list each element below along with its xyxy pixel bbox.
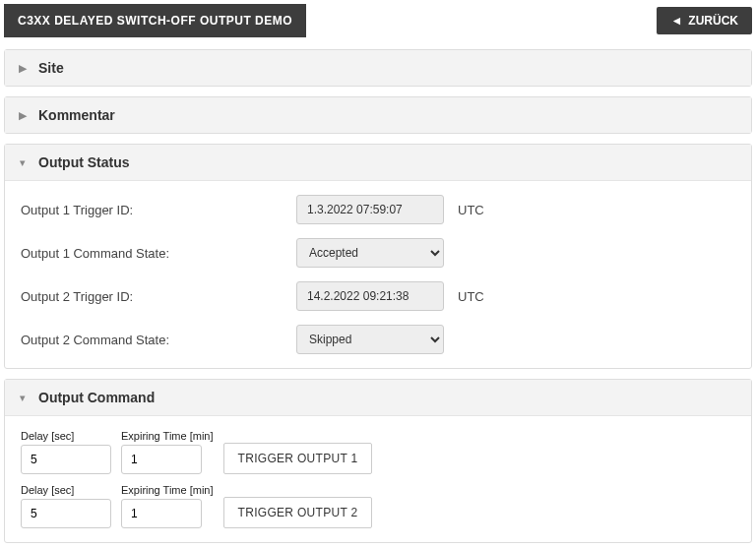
label-expire: Expiring Time [min] <box>121 430 214 442</box>
suffix-utc: UTC <box>458 289 484 304</box>
input-expire-1[interactable] <box>121 445 202 474</box>
trigger-output-1-button[interactable]: TRIGGER OUTPUT 1 <box>223 443 373 474</box>
panel-kommentar-title: Kommentar <box>38 107 115 123</box>
chevron-down-icon: ▾ <box>17 156 29 169</box>
label-output1-state: Output 1 Command State: <box>21 246 296 261</box>
label-delay: Delay [sec] <box>21 484 111 496</box>
command-row-2: Delay [sec] Expiring Time [min] TRIGGER … <box>21 484 735 528</box>
label-output1-trigger: Output 1 Trigger ID: <box>21 203 296 217</box>
label-expire: Expiring Time [min] <box>121 484 214 496</box>
input-expire-2[interactable] <box>121 499 202 528</box>
input-output1-trigger <box>296 195 444 224</box>
label-delay: Delay [sec] <box>21 430 111 442</box>
chevron-right-icon: ▶ <box>17 109 29 122</box>
panel-kommentar: ▶ Kommentar <box>4 96 752 134</box>
page-title: C3XX DELAYED SWITCH-OFF OUTPUT DEMO <box>4 4 306 37</box>
arrow-left-icon: ◄ <box>670 14 682 28</box>
label-output2-trigger: Output 2 Trigger ID: <box>21 289 296 304</box>
select-output1-state[interactable]: Accepted <box>296 238 444 268</box>
label-output2-state: Output 2 Command State: <box>21 333 296 347</box>
row-output2-state: Output 2 Command State: Skipped <box>21 325 735 354</box>
back-button[interactable]: ◄ ZURÜCK <box>657 7 752 34</box>
command-row-1: Delay [sec] Expiring Time [min] TRIGGER … <box>21 430 735 474</box>
panel-output-command: ▾ Output Command Delay [sec] Expiring Ti… <box>4 379 752 543</box>
select-output2-state[interactable]: Skipped <box>296 325 444 354</box>
chevron-down-icon: ▾ <box>17 392 29 404</box>
panel-site: ▶ Site <box>4 49 752 87</box>
row-output2-trigger: Output 2 Trigger ID: UTC <box>21 281 735 311</box>
chevron-right-icon: ▶ <box>17 62 29 75</box>
panel-site-header[interactable]: ▶ Site <box>5 50 751 86</box>
panel-site-title: Site <box>38 60 64 76</box>
input-delay-1[interactable] <box>21 445 111 474</box>
row-output1-state: Output 1 Command State: Accepted <box>21 238 735 268</box>
panel-output-command-title: Output Command <box>38 390 155 405</box>
trigger-output-2-button[interactable]: TRIGGER OUTPUT 2 <box>223 497 373 528</box>
back-button-label: ZURÜCK <box>688 14 738 28</box>
panel-output-status: ▾ Output Status Output 1 Trigger ID: UTC… <box>4 144 752 369</box>
suffix-utc: UTC <box>458 203 484 217</box>
panel-kommentar-header[interactable]: ▶ Kommentar <box>5 97 751 133</box>
input-delay-2[interactable] <box>21 499 111 528</box>
panel-output-command-header[interactable]: ▾ Output Command <box>5 380 751 416</box>
panel-output-status-title: Output Status <box>38 154 130 170</box>
panel-output-status-header[interactable]: ▾ Output Status <box>5 145 751 181</box>
input-output2-trigger <box>296 281 444 311</box>
row-output1-trigger: Output 1 Trigger ID: UTC <box>21 195 735 224</box>
